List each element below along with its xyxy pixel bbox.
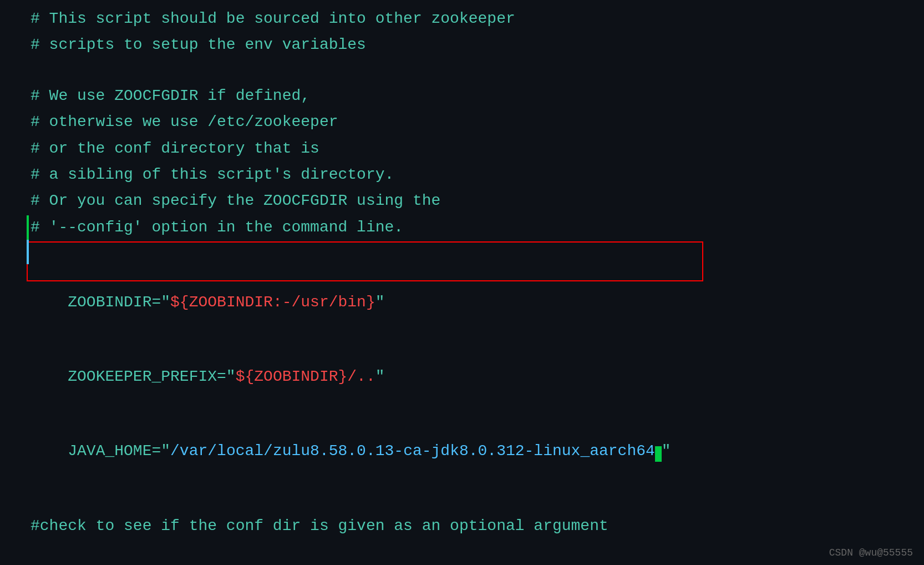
code-line-7: # a sibling of this script's directory. <box>31 162 924 188</box>
code-line-14 <box>31 488 924 513</box>
code-line-9: # '--config' option in the command line. <box>31 214 924 240</box>
code-line-13: JAVA_HOME="/var/local/zulu8.58.0.13-ca-j… <box>31 413 924 488</box>
code-line-4: # We use ZOOCFGDIR if defined, <box>31 83 924 109</box>
code-editor: # This script should be sourced into oth… <box>0 0 924 565</box>
code-line-11: ZOOBINDIR="${ZOOBINDIR:-/usr/bin}" <box>31 265 924 339</box>
code-line-2: # scripts to setup the env variables <box>31 32 924 58</box>
code-line-8: # Or you can specify the ZOOCFGDIR using… <box>31 188 924 214</box>
watermark: CSDN @wu@55555 <box>829 547 913 558</box>
code-line-6: # or the conf directory that is <box>31 135 924 162</box>
line-indicator-blue <box>27 240 29 264</box>
line-indicator-green <box>27 215 29 240</box>
code-line-5: # otherwise we use /etc/zookeeper <box>31 109 924 135</box>
code-line-3 <box>31 58 924 83</box>
code-line-16: if [ $# -gt 1 ] <box>31 539 924 565</box>
code-line-10 <box>31 240 924 265</box>
java-home-value: /var/local/zulu8.58.0.13-ca-jdk8.0.312-l… <box>170 442 655 460</box>
var-zookeeper-prefix: ZOOKEEPER_PREFIX <box>68 368 217 385</box>
code-line-15: #check to see if the conf dir is given a… <box>31 513 924 539</box>
code-line-1: # This script should be sourced into oth… <box>31 6 924 32</box>
text-cursor <box>655 446 662 462</box>
code-line-12: ZOOKEEPER_PREFIX="${ZOOBINDIR}/.." <box>31 339 924 413</box>
var-zoobindir: ZOOBINDIR <box>68 294 151 311</box>
var-java-home: JAVA_HOME <box>68 442 151 460</box>
